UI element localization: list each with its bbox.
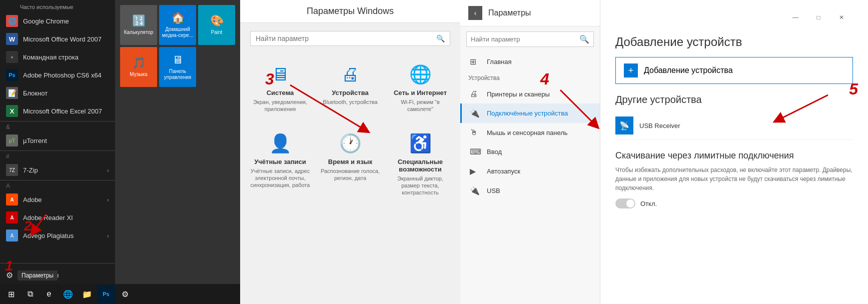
media-tile-icon: 🏠 — [171, 12, 185, 24]
tile-control-panel[interactable]: 🖥 Панель управления — [159, 47, 196, 87]
params-search-bar[interactable]: 🔍 — [466, 32, 594, 47]
mouse-nav-icon: 🖱 — [470, 128, 482, 137]
settings-tooltip: Параметры — [18, 270, 58, 280]
system-name: Система — [267, 89, 294, 96]
settings-title: Параметры Windows — [240, 0, 460, 23]
other-devices-title: Другие устройства — [615, 94, 853, 106]
music-tile-label: Музыка — [130, 72, 147, 78]
time-icon: 🕐 — [339, 133, 362, 154]
device-panel: — □ ✕ Добавление устройств + Добавление … — [600, 0, 868, 304]
nav-input[interactable]: ⌨ Ввод — [460, 142, 600, 162]
settings-accounts[interactable]: 👤 Учётные записи Учётные записи, адрес э… — [245, 123, 315, 206]
app-adobe-reader-label: Adobe Reader XI — [23, 214, 73, 222]
connected-nav-icon: 🔌 — [470, 108, 482, 118]
section-a: A — [0, 180, 115, 190]
settings-accessibility[interactable]: ♿ Специальные возможности Экранный дикто… — [385, 123, 455, 206]
app-7zip-label: 7-Zip — [23, 166, 38, 174]
settings-network[interactable]: 🌐 Сеть и Интернет Wi-Fi, режим "в самоле… — [385, 54, 455, 123]
app-notepad[interactable]: 📝 Блокнот — [0, 84, 115, 102]
accessibility-icon: ♿ — [409, 133, 432, 154]
toggle-row: Откл. — [615, 198, 853, 208]
input-nav-label: Ввод — [487, 148, 502, 156]
settings-item[interactable]: ⚙ Параметры Параметры — [0, 266, 115, 284]
download-title: Скачивание через лимитные подключения — [615, 150, 853, 162]
start-menu-wrapper: Часто используемые 🌐 Google Chrome W Mic… — [0, 0, 240, 304]
usb-nav-label: USB — [487, 187, 500, 194]
app-chrome[interactable]: 🌐 Google Chrome — [0, 12, 115, 30]
chrome-icon: 🌐 — [6, 15, 18, 27]
system-icon: 🖥 — [271, 64, 289, 85]
windows-settings: Параметры Windows 🔍 🖥 Система Экран, уве… — [240, 0, 460, 304]
calc-tile-label: Калькулятор — [124, 30, 154, 36]
app-adobe-label: Adobe — [23, 196, 42, 204]
edge-button[interactable]: e — [40, 285, 58, 303]
app-cmd[interactable]: ▪ Командная строка — [0, 48, 115, 66]
app-chrome-label: Google Chrome — [23, 18, 69, 25]
gear-taskbar-btn[interactable]: ⚙ — [116, 285, 134, 303]
nav-printers[interactable]: 🖨 Принтеры и сканеры — [460, 84, 600, 104]
7zip-icon: 7Z — [6, 164, 18, 176]
ps-taskbar-btn[interactable]: Ps — [97, 285, 115, 303]
tile-calculator[interactable]: 🔢 Калькулятор — [120, 5, 157, 45]
start-button[interactable]: ⊞ — [2, 285, 20, 303]
settings-time[interactable]: 🕐 Время и язык Распознование голоса, рег… — [315, 123, 385, 206]
usb-nav-icon: 🔌 — [470, 186, 482, 196]
settings-search-input[interactable] — [256, 34, 436, 42]
autorun-nav-icon: ▶ — [470, 166, 482, 176]
settings-system[interactable]: 🖥 Система Экран, уведомления, приложения — [245, 54, 315, 123]
back-arrow-icon: ‹ — [474, 9, 477, 17]
accounts-desc: Учётные записи, адрес электронной почты,… — [250, 168, 310, 189]
chrome-taskbar-btn[interactable]: 🌐 — [59, 285, 77, 303]
system-desc: Экран, уведомления, приложения — [250, 98, 310, 113]
params-search-icon: 🔍 — [579, 34, 589, 44]
taskbar: ⊞ ⧉ e 🌐 📁 Ps ⚙ — [0, 284, 240, 304]
accounts-icon: 👤 — [269, 133, 292, 154]
app-advego-label: Advego Plagiatus — [23, 232, 74, 240]
app-advego[interactable]: A Advego Plagiatus — [0, 226, 115, 244]
tile-media[interactable]: 🏠 Домашний медиа-сере... — [159, 5, 196, 45]
home-nav-label: Главная — [487, 58, 511, 66]
close-button[interactable]: ✕ — [830, 10, 853, 25]
panel-tile-label: Панель управления — [159, 68, 196, 80]
download-toggle[interactable] — [615, 198, 635, 208]
nav-autorun[interactable]: ▶ Автозапуск — [460, 162, 600, 181]
settings-search-icon: 🔍 — [436, 34, 445, 42]
utorrent-icon: µT — [6, 134, 18, 146]
printers-nav-icon: 🖨 — [470, 90, 482, 98]
app-notepad-label: Блокнот — [23, 90, 48, 97]
explorer-button[interactable]: 📁 — [78, 285, 96, 303]
calc-tile-icon: 🔢 — [132, 14, 146, 28]
maximize-button[interactable]: □ — [807, 10, 830, 25]
device-item-usb: 📡 USB Receiver — [615, 112, 853, 140]
nav-connected-devices[interactable]: 🔌 Подключённые устройства — [460, 104, 600, 123]
minimize-button[interactable]: — — [784, 10, 807, 25]
add-device-button[interactable]: + Добавление устройства — [615, 57, 853, 84]
settings-search-bar[interactable]: 🔍 — [250, 31, 450, 46]
adobe-reader-icon: A — [6, 212, 18, 224]
tile-paint[interactable]: 🎨 Paint — [198, 5, 235, 45]
download-desc: Чтобы избежать дополнительных расходов, … — [615, 166, 853, 192]
app-word[interactable]: W Microsoft Office Word 2007 — [0, 30, 115, 48]
app-utorrent[interactable]: µT µTorrent — [0, 132, 115, 150]
nav-usb[interactable]: 🔌 USB — [460, 181, 600, 200]
section-ampersand: & — [0, 121, 115, 132]
tiles-panel: 🔢 Калькулятор 🏠 Домашний медиа-сере... 🎨… — [115, 0, 240, 304]
app-photoshop[interactable]: Ps Adobe Photoshop CS6 x64 — [0, 66, 115, 84]
photoshop-icon: Ps — [6, 69, 18, 81]
params-header: ‹ Параметры — [460, 0, 600, 26]
nav-mouse[interactable]: 🖱 Мышь и сенсорная панель — [460, 123, 600, 142]
app-excel[interactable]: X Microsoft Office Excel 2007 — [0, 102, 115, 120]
accessibility-desc: Экранный диктор, размер текста, контраст… — [390, 175, 450, 196]
app-7zip[interactable]: 7Z 7-Zip — [0, 161, 115, 179]
app-photoshop-label: Adobe Photoshop CS6 x64 — [23, 72, 102, 79]
params-back-button[interactable]: ‹ — [468, 6, 482, 20]
accounts-name: Учётные записи — [254, 158, 306, 166]
app-adobe[interactable]: A Adobe — [0, 190, 115, 208]
app-adobe-reader[interactable]: A Adobe Reader XI — [0, 208, 115, 226]
task-view-button[interactable]: ⧉ — [21, 285, 39, 303]
settings-devices[interactable]: 🖨 Устройства Bluetooth, устройства — [315, 54, 385, 123]
tile-music[interactable]: 🎵 Музыка — [120, 47, 157, 87]
usb-device-name: USB Receiver — [639, 122, 680, 130]
nav-home[interactable]: ⊞ Главная — [460, 52, 600, 72]
params-search-input[interactable] — [471, 36, 579, 43]
